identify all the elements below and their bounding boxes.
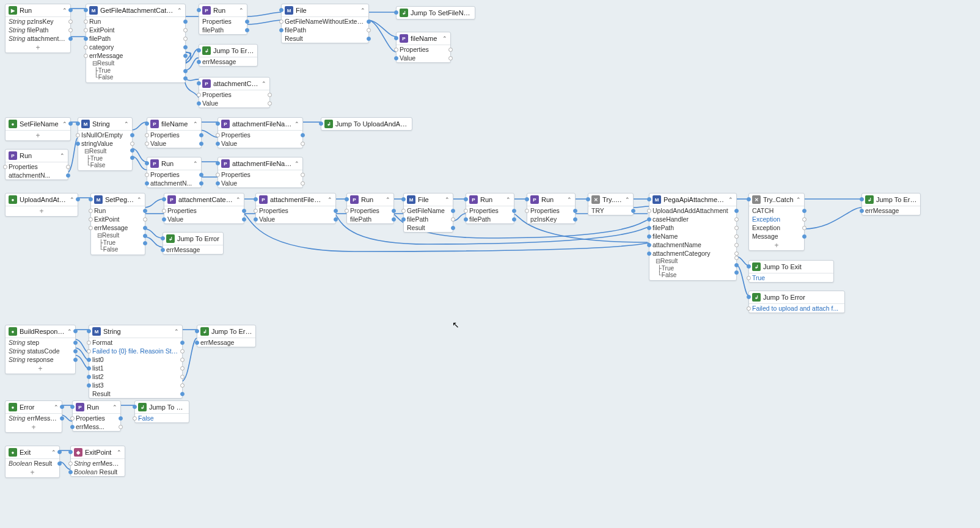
port[interactable] bbox=[183, 54, 188, 58]
port[interactable] bbox=[180, 383, 185, 388]
port[interactable] bbox=[143, 226, 147, 230]
chevron-up-icon[interactable]: ⌃ bbox=[137, 197, 142, 203]
port[interactable] bbox=[448, 48, 453, 52]
port[interactable] bbox=[57, 461, 62, 466]
port[interactable] bbox=[161, 248, 165, 252]
node-attachment-filename-2[interactable]: P attachmentFileName ⌃ Properties Value bbox=[218, 157, 303, 188]
node-set-pega-api[interactable]: M SetPegaApiUI... ⌃ Run ExitPoint errMes… bbox=[90, 193, 145, 255]
port-in[interactable] bbox=[197, 8, 201, 12]
port[interactable] bbox=[245, 20, 249, 24]
chevron-up-icon[interactable]: ⌃ bbox=[124, 121, 129, 127]
port[interactable] bbox=[512, 209, 516, 213]
port[interactable] bbox=[60, 416, 64, 421]
port-out[interactable] bbox=[73, 329, 78, 333]
port[interactable] bbox=[66, 173, 70, 178]
port[interactable] bbox=[301, 142, 305, 146]
port[interactable] bbox=[573, 217, 577, 222]
port[interactable] bbox=[216, 173, 220, 177]
port[interactable] bbox=[464, 217, 468, 222]
port[interactable] bbox=[130, 142, 134, 146]
port[interactable] bbox=[394, 48, 398, 52]
port[interactable] bbox=[464, 209, 468, 213]
node-run-1[interactable]: ▶ Run ⌃ String pzInsKey String filePath … bbox=[5, 4, 71, 53]
port[interactable] bbox=[245, 28, 249, 32]
port[interactable] bbox=[130, 156, 134, 160]
port[interactable] bbox=[216, 142, 220, 146]
port-in[interactable] bbox=[586, 197, 590, 201]
chevron-up-icon[interactable]: ⌃ bbox=[193, 121, 198, 127]
chevron-up-icon[interactable]: ⌃ bbox=[442, 35, 447, 42]
port-in[interactable] bbox=[345, 197, 349, 201]
add-row[interactable]: + bbox=[5, 468, 59, 477]
port-out[interactable] bbox=[60, 405, 64, 409]
port-in[interactable] bbox=[76, 121, 80, 126]
port[interactable] bbox=[180, 358, 185, 362]
port[interactable] bbox=[242, 209, 246, 213]
port[interactable] bbox=[3, 165, 7, 169]
port[interactable] bbox=[130, 133, 134, 137]
node-setfilename[interactable]: ● SetFileName ⌃ + bbox=[5, 117, 71, 141]
port[interactable] bbox=[401, 209, 406, 213]
port[interactable] bbox=[301, 181, 305, 186]
port[interactable] bbox=[145, 181, 149, 186]
port[interactable] bbox=[647, 243, 651, 247]
port[interactable] bbox=[734, 226, 739, 230]
chevron-up-icon[interactable]: ⌃ bbox=[62, 121, 67, 127]
chevron-up-icon[interactable]: ⌃ bbox=[70, 197, 75, 203]
port[interactable] bbox=[367, 37, 371, 41]
port[interactable] bbox=[183, 28, 188, 32]
port-in[interactable] bbox=[647, 197, 651, 201]
port[interactable] bbox=[145, 142, 149, 146]
port[interactable] bbox=[334, 209, 338, 213]
port[interactable] bbox=[66, 165, 70, 169]
port[interactable] bbox=[802, 209, 806, 213]
port[interactable] bbox=[197, 93, 201, 97]
port[interactable] bbox=[73, 358, 78, 362]
port[interactable] bbox=[76, 133, 80, 137]
node-string-2[interactable]: M String ⌃ Format Failed to {0} file. Re… bbox=[89, 325, 183, 399]
chevron-up-icon[interactable]: ⌃ bbox=[54, 404, 59, 410]
port[interactable] bbox=[216, 133, 220, 137]
port[interactable] bbox=[451, 209, 455, 213]
node-pega-api-attachments[interactable]: M PegaApiAttachments ⌃ UploadAndAddAttac… bbox=[649, 193, 737, 281]
port-in[interactable] bbox=[216, 121, 220, 126]
port[interactable] bbox=[84, 20, 88, 24]
port[interactable] bbox=[242, 217, 246, 222]
node-jump-to-exit-1[interactable]: ↲ Jump To Exit True bbox=[748, 260, 834, 283]
port[interactable] bbox=[279, 20, 283, 24]
port[interactable] bbox=[87, 358, 91, 362]
chevron-up-icon[interactable]: ⌃ bbox=[177, 7, 182, 13]
port[interactable] bbox=[87, 349, 91, 353]
node-try-catch-2[interactable]: ✕ Try..Catch ⌃ CATCH Exception Exception… bbox=[748, 193, 805, 251]
port[interactable] bbox=[647, 217, 651, 222]
port[interactable] bbox=[68, 461, 73, 466]
port[interactable] bbox=[301, 133, 305, 137]
node-upload-and-attach[interactable]: ● UploadAndAttach ⌃ + bbox=[5, 193, 78, 217]
port-out[interactable] bbox=[68, 8, 73, 12]
port-in[interactable] bbox=[162, 197, 166, 201]
port-in[interactable] bbox=[394, 10, 398, 15]
port-in[interactable] bbox=[197, 48, 201, 52]
node-exit-point[interactable]: ◆ ExitPoint ⌃ String errMessage Boolean … bbox=[70, 446, 125, 477]
port[interactable] bbox=[199, 173, 203, 177]
port[interactable] bbox=[747, 306, 751, 311]
port[interactable] bbox=[183, 37, 188, 41]
chevron-up-icon[interactable]: ⌃ bbox=[506, 197, 511, 203]
port[interactable] bbox=[145, 133, 149, 137]
add-row[interactable]: + bbox=[5, 422, 62, 432]
chevron-up-icon[interactable]: ⌃ bbox=[625, 197, 630, 203]
port[interactable] bbox=[512, 217, 516, 222]
port[interactable] bbox=[734, 251, 739, 256]
port[interactable] bbox=[345, 209, 349, 213]
port[interactable] bbox=[180, 366, 185, 371]
node-get-file-attachment-category[interactable]: M GetFileAttachmentCategory ⌃ Run ExitPo… bbox=[86, 4, 186, 83]
port[interactable] bbox=[268, 101, 272, 106]
chevron-up-icon[interactable]: ⌃ bbox=[360, 7, 365, 13]
port[interactable] bbox=[268, 93, 272, 97]
port[interactable] bbox=[68, 470, 73, 474]
port[interactable] bbox=[68, 28, 73, 32]
node-attachment-filename-3[interactable]: P attachmentFileName ⌃ Properties Value bbox=[255, 193, 336, 224]
port-out[interactable] bbox=[76, 197, 80, 201]
chevron-up-icon[interactable]: ⌃ bbox=[445, 197, 450, 203]
port[interactable] bbox=[130, 148, 134, 153]
